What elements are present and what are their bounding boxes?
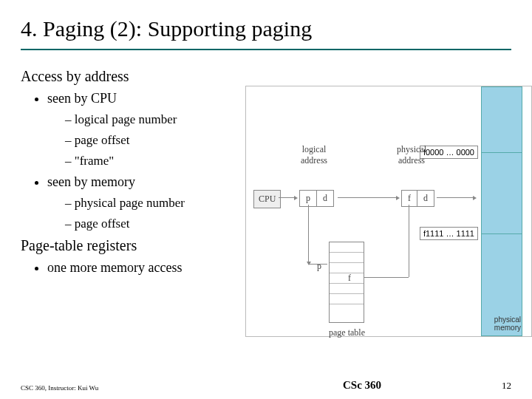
mem-divider — [481, 233, 522, 234]
title-rule — [21, 49, 511, 50]
arrow-fd-to-mem — [437, 197, 475, 198]
page-table — [329, 242, 364, 323]
arrow-f-out — [364, 277, 409, 278]
physical-memory — [481, 86, 522, 336]
sub-item: physical page number — [65, 196, 250, 211]
sub-item: logical page number — [65, 112, 250, 127]
sub-list-cpu: logical page number page offset "frame" — [47, 112, 250, 168]
section-heading-access: Access by address — [21, 68, 250, 85]
f-value-label: f — [348, 273, 351, 284]
bullet-list-cpu: seen by CPU logical page number page off… — [21, 91, 250, 231]
bullet-one-more-access: one more memory access — [47, 260, 250, 276]
footer: CSC 360, Instructor: Kui Wu CSc 360 12 — [21, 379, 511, 392]
sub-item: page offset — [65, 133, 250, 148]
d-cell: d — [417, 191, 434, 206]
logical-address-box: p d — [299, 190, 334, 207]
footer-center: CSc 360 — [242, 379, 482, 392]
arrow-cpu-to-pd — [279, 197, 296, 198]
mem-divider — [481, 152, 522, 153]
p-cell: p — [300, 191, 317, 206]
logical-address-label: logical address — [301, 144, 327, 166]
text-column: Access by address seen by CPU logical pa… — [21, 64, 250, 282]
page-table-label: page table — [329, 327, 365, 338]
slide: 4. Paging (2): Supporting paging Access … — [0, 0, 532, 399]
footer-page-number: 12 — [482, 380, 511, 392]
arrow-pd-to-fd — [338, 197, 398, 198]
arrow-f-up — [409, 205, 409, 277]
section-heading-registers: Page-table registers — [21, 237, 250, 254]
bullet-label: seen by CPU — [47, 91, 117, 106]
bullet-label: seen by memory — [47, 174, 135, 189]
sub-item: page offset — [65, 216, 250, 231]
physical-memory-label: physical memory — [494, 316, 521, 332]
address-translation-diagram: f0000 … 0000 f1111 … 1111 physical memor… — [245, 86, 532, 337]
sub-list-memory: physical page number page offset — [47, 196, 250, 231]
mem-bottom-value: f1111 … 1111 — [420, 227, 478, 240]
mem-top-value: f0000 … 0000 — [420, 146, 478, 159]
sub-item: "frame" — [65, 154, 250, 168]
cpu-label: CPU — [259, 194, 276, 204]
arrow-p-down — [308, 205, 309, 264]
p-index-label: p — [317, 261, 321, 272]
bullet-list-registers: one more memory access — [21, 260, 250, 276]
cpu-box: CPU — [253, 190, 281, 208]
slide-title: 4. Paging (2): Supporting paging — [21, 12, 511, 47]
bullet-seen-by-cpu: seen by CPU logical page number page off… — [47, 91, 250, 168]
page-table-box — [329, 242, 364, 323]
footer-left: CSC 360, Instructor: Kui Wu — [21, 384, 242, 392]
bullet-seen-by-memory: seen by memory physical page number page… — [47, 174, 250, 231]
d-cell: d — [317, 191, 333, 206]
physical-address-label: physical address — [397, 144, 426, 166]
physical-address-box: f d — [401, 190, 434, 207]
arrow-p-to-table — [308, 264, 327, 265]
f-cell: f — [402, 191, 417, 206]
